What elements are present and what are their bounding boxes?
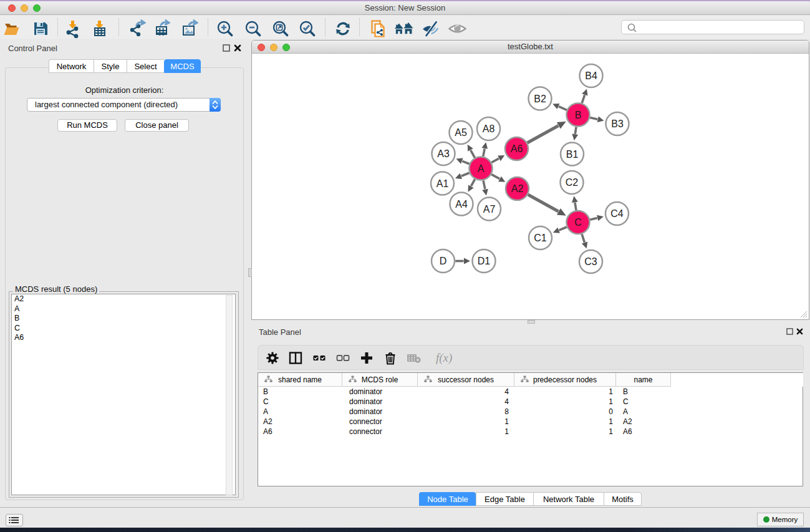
svg-text:A8: A8 [483,123,495,134]
svg-text:C4: C4 [610,208,624,219]
svg-text:A7: A7 [483,204,496,215]
svg-text:A: A [478,163,485,174]
svg-text:C2: C2 [566,177,579,188]
svg-text:C3: C3 [584,256,597,267]
svg-text:A4: A4 [455,199,468,210]
svg-text:D1: D1 [478,256,491,266]
svg-text:B: B [575,110,582,120]
svg-text:C1: C1 [534,233,547,243]
svg-text:A2: A2 [511,183,524,194]
svg-text:A1: A1 [436,178,449,189]
svg-text:B4: B4 [585,70,597,81]
svg-text:A3: A3 [437,148,450,159]
svg-text:A5: A5 [455,127,467,138]
svg-text:B3: B3 [611,118,624,129]
svg-text:A6: A6 [511,143,523,154]
svg-text:B2: B2 [534,94,546,104]
svg-text:B1: B1 [566,149,579,160]
svg-text:C: C [574,217,582,228]
svg-text:f(x): f(x) [436,351,452,365]
svg-text:D: D [440,256,447,266]
